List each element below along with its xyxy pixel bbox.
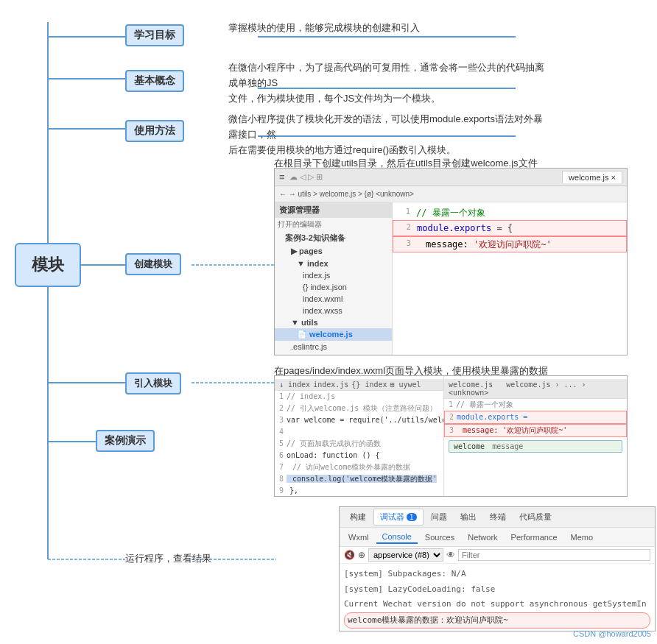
ctab-memo[interactable]: Memo: [565, 531, 600, 543]
ide-tree-eslint: .eslintrc.js: [275, 341, 392, 353]
branch-label-shiyongFangfa: 使用方法: [125, 120, 184, 142]
content-jibenGainian: 在微信小程序中，为了提高代码的可复用性，通常会将一些公共的代码抽离成单独的JS文…: [228, 60, 545, 106]
import-line-6: 6onLoad: function () {: [275, 450, 443, 461]
import-line-1: 1// index.js: [275, 391, 443, 403]
import-right-line-2: 2module.exports =: [444, 411, 627, 424]
console-toolbar: 构建 调试器 1 问题 输出 终端 代码质量: [340, 507, 655, 528]
ide-breadcrumb: ← → utils > welcome.js > {ø} <unknown>: [279, 190, 414, 198]
content-xuexiMubiao: 掌握模块的使用，能够完成模块的创建和引入: [228, 21, 420, 36]
console-msg-1: [system] Subpackages: N/A: [344, 567, 650, 582]
ide-titlebar: ≡ ☁ ◁ ▷ ⊞ welcome.js ×: [275, 169, 627, 186]
code-line-3: 3 message: '欢迎访问庐职院~': [393, 236, 627, 252]
filter-input[interactable]: [458, 549, 650, 561]
console-filter-bar: 🔇 ⊕ appservice (#8) 👁: [340, 547, 655, 564]
watermark: CSDN @howard2005: [573, 629, 651, 638]
import-line-4: 4: [275, 426, 443, 438]
branch-label-xuexiMubiao: 学习目标: [125, 24, 184, 46]
import-line-7: 7// 访问welcome模块外暴露的数据: [275, 461, 443, 473]
import-panel-inner: ↓ indexindex.js{} index⊞ uywel 1// index…: [275, 376, 627, 496]
ide-tree-project: 案例3-2知识储备: [275, 231, 392, 245]
ide-tab-welcomejs: welcome.js ×: [562, 171, 622, 183]
ide-sidebar-header: 资源管理器: [275, 202, 392, 218]
console-body: [system] Subpackages: N/A [system] LazyC…: [340, 564, 655, 631]
tab-debugger[interactable]: 调试器 1: [373, 509, 424, 526]
import-line-8: 8console.log('welcome模块暴露的数据': [275, 473, 443, 485]
ide-tree-indexwxss: index.wxss: [275, 305, 392, 316]
import-line-9: 9},: [275, 485, 443, 496]
ctab-sources[interactable]: Sources: [419, 531, 460, 543]
tab-issues[interactable]: 问题: [425, 509, 453, 525]
branch-label-chuangjianMokuai: 创建模块: [125, 253, 181, 275]
ctab-wxml[interactable]: Wxml: [342, 531, 375, 543]
center-node-label: 模块: [32, 254, 64, 276]
tab-build[interactable]: 构建: [344, 509, 372, 525]
ide-tree-indexjs: index.js: [275, 269, 392, 281]
import-line-3: 3var welcome = require('../utils/welcome…: [275, 414, 443, 426]
console-msg-4: welcome模块暴露的数据：欢迎访问庐职院~: [344, 612, 650, 629]
tab-codequality[interactable]: 代码质量: [513, 509, 558, 525]
code-line-2: 2 module.exports = {: [393, 220, 627, 236]
ide-tree-pages: ▶ pages: [275, 245, 392, 258]
branch-label-yinruMokuai: 引入模块: [125, 372, 181, 394]
tab-output[interactable]: 输出: [454, 509, 482, 525]
ide-toolbar: ← → utils > welcome.js > {ø} <unknown>: [275, 186, 627, 202]
center-node: 模块: [15, 243, 81, 287]
console-panel: 构建 调试器 1 问题 输出 终端 代码质量 Wxml Console Sour…: [339, 506, 656, 631]
ide-code: 1 // 暴露一个对象 2 module.exports = { 3 messa…: [393, 202, 627, 355]
appservice-select[interactable]: appservice (#8): [368, 548, 443, 562]
console-msg-3: Current Wechat version do not support as…: [344, 597, 650, 612]
mind-map: 模块 学习目标 掌握模块的使用，能够完成模块的创建和引入 基本概念 在微信小程序…: [0, 0, 657, 644]
branch-label-anlYanshi: 案例演示: [96, 430, 155, 452]
import-line-5: 5// 页面加载完成执行的函数: [275, 438, 443, 450]
tab-terminal[interactable]: 终端: [484, 509, 512, 525]
console-tab-bar: Wxml Console Sources Network Performance…: [340, 528, 655, 547]
import-right-code: welcome.js welcome.js › ... › <unknown> …: [444, 376, 627, 496]
ctab-console[interactable]: Console: [376, 531, 418, 544]
ide-panel: ≡ ☁ ◁ ▷ ⊞ welcome.js × ← → utils > welco…: [274, 168, 628, 355]
ctab-network[interactable]: Network: [462, 531, 503, 543]
console-msg-2: [system] LazyCodeLoading: false: [344, 582, 650, 598]
ide-tree-index: ▼ index: [275, 258, 392, 269]
content-shiyongFangfa: 微信小程序提供了模块化开发的语法，可以使用module.exports语法对外暴…: [228, 112, 545, 158]
ide-tree-open-editors: 打开的编辑器: [275, 218, 392, 231]
ctab-performance[interactable]: Performance: [505, 531, 563, 543]
branch-label-jibenGainian: 基本概念: [125, 70, 184, 92]
run-label: 运行程序，查看结果: [125, 552, 211, 565]
ide-tree-utils: ▼ utils: [275, 316, 392, 328]
import-right-line-3: 3message: '欢迎访问庐职院~': [444, 424, 627, 437]
ide-sidebar: 资源管理器 打开的编辑器 案例3-2知识储备 ▶ pages ▼ index i…: [275, 202, 393, 355]
ide-tree-appjs: ▪ app.js: [275, 353, 392, 355]
import-line-2: 2// 引入welcome.js 模块（注意路径问题）: [275, 403, 443, 414]
ide-tree-welcomejs: 📄 welcome.js: [275, 328, 392, 341]
ide-body: 资源管理器 打开的编辑器 案例3-2知识储备 ▶ pages ▼ index i…: [275, 202, 627, 355]
import-panel: ↓ indexindex.js{} index⊞ uywel 1// index…: [274, 375, 628, 497]
import-left-code: ↓ indexindex.js{} index⊞ uywel 1// index…: [275, 376, 444, 496]
ide-tree-indexwxml: index.wxml: [275, 293, 392, 305]
import-right-line-1: 1// 暴露一个对象: [444, 399, 627, 411]
code-line-1: 1 // 暴露一个对象: [393, 205, 627, 220]
ide-tree-indexjson: {} index.json: [275, 281, 392, 293]
